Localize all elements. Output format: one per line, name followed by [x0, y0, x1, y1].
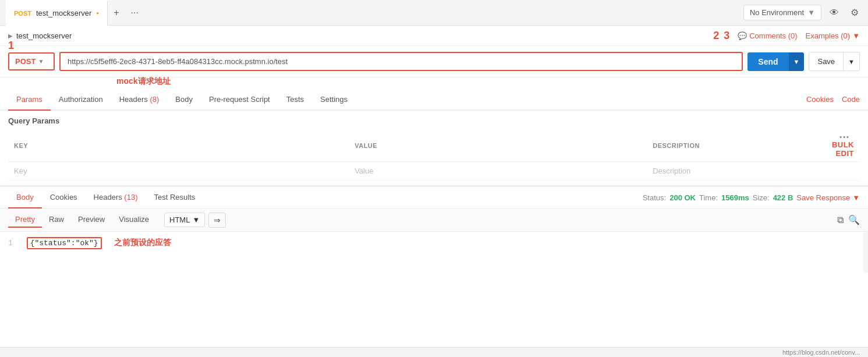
collection-name[interactable]: ▶ test_mockserver	[8, 31, 72, 40]
tab-tests[interactable]: Tests	[278, 89, 312, 111]
gear-icon-button[interactable]: ⚙	[847, 3, 862, 22]
code-content: {"status":"ok"}	[27, 237, 102, 249]
environment-label: No Environment	[750, 8, 804, 17]
params-table: KEY VALUE DESCRIPTION ••• Bulk Edit Key …	[8, 130, 860, 181]
save-button-group: Save ▼	[809, 52, 860, 71]
response-status-area: Status: 200 OK Time: 1569ms Size: 422 B …	[643, 193, 860, 202]
tab-body[interactable]: Body	[167, 89, 201, 111]
tab-bar: POST test_mockserver ● + ··· No Environm…	[0, 0, 868, 26]
env-chevron-icon: ▼	[807, 8, 815, 17]
query-params-title: Query Params	[8, 116, 860, 125]
format-chevron-icon: ▼	[192, 215, 200, 224]
search-icon-button[interactable]: 🔍	[848, 214, 860, 225]
view-tab-visualize[interactable]: Visualize	[112, 212, 156, 228]
headers-badge: (8)	[150, 95, 159, 104]
code-area: 1 {"status":"ok"} 之前预设的应答	[0, 232, 868, 273]
more-tabs-button[interactable]: ···	[125, 8, 144, 18]
status-label: Status:	[643, 193, 666, 202]
key-input-cell[interactable]: Key	[8, 162, 349, 181]
send-chevron-button[interactable]: ▼	[789, 52, 805, 71]
response-tabs-bar: Body Cookies Headers (13) Test Results S…	[0, 187, 868, 208]
method-select[interactable]: POST ▼	[8, 52, 55, 70]
save-response-chevron-icon: ▼	[852, 193, 860, 202]
value-placeholder: Value	[355, 167, 373, 175]
view-right-icons: ⧉ 🔍	[837, 214, 860, 225]
save-response-label: Save Response	[796, 193, 850, 202]
save-button[interactable]: Save	[809, 52, 844, 71]
line-number: 1	[8, 239, 13, 248]
environment-select[interactable]: No Environment ▼	[743, 5, 821, 20]
annotation-2: 2	[713, 30, 719, 41]
tab-headers[interactable]: Headers (8)	[111, 89, 168, 111]
collection-name-label: test_mockserver	[16, 31, 72, 40]
format-label: HTML	[169, 215, 190, 224]
url-input[interactable]: https://c5f5eff6-2ec8-4371-8eb5-ff4a0843…	[59, 52, 743, 71]
response-tab-cookies[interactable]: Cookies	[42, 187, 86, 208]
examples-button[interactable]: Examples (0) ▼	[806, 31, 860, 40]
response-tab-test-results[interactable]: Test Results	[146, 187, 203, 208]
tab-authorization[interactable]: Authorization	[51, 89, 111, 111]
eye-icon-button[interactable]: 👁	[826, 4, 842, 22]
key-placeholder: Key	[14, 167, 27, 175]
desc-col-header: DESCRIPTION	[647, 130, 817, 162]
table-row: Key Value Description	[8, 162, 860, 181]
request-header: ▶ test_mockserver 2 3 💬 Comments (0) Exa…	[0, 26, 868, 46]
query-params-section: Query Params KEY VALUE DESCRIPTION ••• B…	[0, 111, 868, 181]
code-link[interactable]: Code	[842, 95, 860, 104]
more-button[interactable]: •••	[839, 133, 850, 140]
save-response-button[interactable]: Save Response ▼	[796, 193, 860, 202]
examples-chevron-icon: ▼	[852, 31, 860, 40]
url-value: https://c5f5eff6-2ec8-4371-8eb5-ff4a0843…	[68, 57, 288, 66]
view-tab-raw[interactable]: Raw	[42, 212, 71, 228]
view-tab-pretty[interactable]: Pretty	[8, 212, 42, 228]
time-value: 1569ms	[721, 193, 749, 202]
examples-label: Examples (0)	[806, 31, 851, 40]
annotation-3: 3	[724, 30, 729, 41]
bulk-edit-button[interactable]: Bulk Edit	[832, 140, 854, 158]
desc-input-cell[interactable]: Description	[647, 162, 817, 181]
comments-label: Comments (0)	[749, 31, 797, 40]
key-col-header: KEY	[8, 130, 349, 162]
comments-icon: 💬	[738, 31, 747, 40]
bulk-action-cell	[817, 162, 860, 181]
response-section: Body Cookies Headers (13) Test Results S…	[0, 185, 868, 273]
method-text: POST	[15, 57, 36, 66]
tab-params[interactable]: Params	[8, 89, 51, 111]
wrap-button[interactable]: ⇒	[208, 213, 226, 228]
value-input-cell[interactable]: Value	[349, 162, 647, 181]
send-button-group: Send ▼	[747, 52, 804, 71]
size-label: Size:	[753, 193, 770, 202]
request-tabs-nav: Params Authorization Headers (8) Body Pr…	[0, 89, 868, 111]
view-tab-preview[interactable]: Preview	[71, 212, 112, 228]
code-annotation-label: 之前预设的应答	[114, 238, 171, 247]
response-tab-body[interactable]: Body	[8, 187, 42, 208]
status-value: 200 OK	[669, 193, 696, 202]
scrollbar[interactable]	[863, 232, 868, 273]
format-select[interactable]: HTML ▼	[164, 213, 205, 227]
tab-pre-request-script[interactable]: Pre-request Script	[201, 89, 278, 111]
add-tab-button[interactable]: +	[108, 8, 125, 18]
value-col-header: VALUE	[349, 130, 647, 162]
cookies-link[interactable]: Cookies	[806, 95, 834, 104]
method-chevron-icon: ▼	[38, 58, 44, 65]
environment-area: No Environment ▼ 👁 ⚙	[743, 3, 862, 22]
tabs-nav-right: Cookies Code	[806, 95, 860, 104]
collection-arrow-icon: ▶	[8, 33, 13, 39]
copy-icon-button[interactable]: ⧉	[837, 214, 844, 225]
tab-settings[interactable]: Settings	[312, 89, 356, 111]
size-value: 422 B	[773, 193, 793, 202]
response-tab-headers[interactable]: Headers (13)	[86, 187, 146, 208]
tab-dot: ●	[96, 10, 99, 16]
annotation-1: 1	[8, 40, 14, 52]
send-button[interactable]: Send	[747, 52, 788, 71]
url-section: 1 POST ▼ https://c5f5eff6-2ec8-4371-8eb5…	[0, 46, 868, 77]
time-label: Time:	[699, 193, 718, 202]
bulk-col-header: ••• Bulk Edit	[817, 130, 860, 162]
tab-test-mockserver[interactable]: POST test_mockserver ●	[6, 0, 108, 26]
comments-button[interactable]: 💬 Comments (0)	[738, 31, 797, 40]
save-chevron-button[interactable]: ▼	[844, 52, 860, 71]
tab-name: test_mockserver	[36, 9, 91, 17]
desc-placeholder: Description	[653, 167, 690, 175]
mock-address-label: mock请求地址	[116, 76, 171, 87]
response-view-bar: Pretty Raw Preview Visualize HTML ▼ ⇒ ⧉ …	[0, 208, 868, 232]
